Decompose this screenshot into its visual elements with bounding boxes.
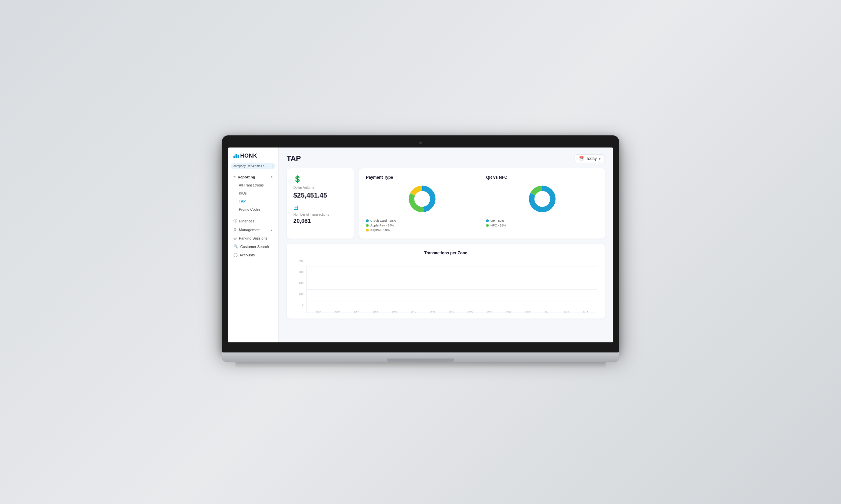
bar-col-5668: 5668	[366, 309, 384, 313]
kios-label: KIOs	[239, 191, 246, 195]
grid-line-2	[307, 289, 597, 290]
laptop-base	[222, 353, 619, 362]
main-content: TAP 📅 Today ▾ 💲 Dollar Volume $25,451.45…	[278, 147, 613, 342]
top-bar: TAP 📅 Today ▾	[287, 154, 605, 163]
user-badge-arrow-icon: ›	[272, 164, 273, 168]
logo-icon	[234, 154, 239, 158]
nav-item-tap[interactable]: TAP	[228, 197, 278, 205]
grid-lines	[307, 266, 597, 313]
calendar-icon: 📅	[579, 156, 584, 161]
nav-item-parking-sessions[interactable]: ◎ Parking Sessions	[228, 234, 278, 242]
qr-nfc-donut	[527, 184, 557, 214]
finances-icon: ⓘ	[234, 218, 237, 223]
promo-codes-label: Promo Codes	[239, 207, 260, 211]
page-title: TAP	[287, 154, 301, 163]
bar-label-5671: 5671	[430, 310, 435, 313]
logo-bar-2	[236, 154, 237, 158]
nav-item-customer-search[interactable]: 🔍 Customer Search	[228, 242, 278, 251]
user-badge[interactable]: companyuser@email.c... ›	[231, 163, 275, 169]
legend-apple-pay: Apple Pay · 34%	[366, 223, 396, 227]
legend-nfc: NFC · 18%	[486, 223, 506, 227]
all-transactions-label: All Transactions	[239, 183, 264, 187]
sidebar: HONK companyuser@email.c... › ≡ Reportin…	[228, 147, 278, 342]
payment-type-svg	[407, 184, 437, 214]
legend-paypal-label: PayPal · 18%	[371, 228, 390, 232]
bar-label-5667: 5667	[354, 310, 359, 313]
search-icon: 🔍	[234, 244, 238, 249]
legend-dot-qr	[486, 219, 489, 222]
transactions-icon: ⊞	[293, 204, 347, 211]
finances-label: Finances	[239, 219, 254, 223]
legend-credit-card: Credit Card · 48%	[366, 219, 396, 222]
legend-dot-credit-card	[366, 219, 369, 222]
bar-chart-card: Transactions per Zone 0 100 200 300 400	[287, 244, 605, 319]
bar-col-5671: 5671	[424, 309, 441, 313]
bar-col-5678: 5678	[557, 309, 575, 313]
bar-label-5676: 5676	[526, 310, 531, 313]
bar-col-5677: 5677	[538, 309, 556, 313]
nav-reporting-section: ≡ Reporting ∧ All Transactions KIOs TAP	[228, 173, 278, 213]
legend-paypal: PayPal · 18%	[366, 228, 396, 232]
bar-label-5665: 5665	[315, 310, 321, 313]
charts-card: Payment Type	[359, 168, 605, 238]
qr-nfc-title: QR vs NFC	[486, 175, 507, 180]
legend-qr: QR · 82%	[486, 219, 506, 222]
bar-col-5670: 5670	[405, 309, 423, 313]
payment-type-legend: Credit Card · 48% Apple Pay · 34% PayPal…	[366, 219, 396, 232]
tap-label: TAP	[239, 199, 245, 203]
bar-col-5679: 5679	[576, 309, 594, 313]
bar-label-5673: 5673	[468, 310, 473, 313]
nav-item-all-transactions[interactable]: All Transactions	[228, 181, 278, 189]
bar-chart-area: 0 100 200 300 400	[295, 259, 597, 313]
screen: HONK companyuser@email.c... › ≡ Reportin…	[228, 147, 613, 342]
y-label-100: 100	[295, 292, 305, 295]
laptop-shadow	[236, 362, 605, 368]
dollar-volume-value: $25,451.45	[293, 192, 347, 199]
legend-dot-paypal	[366, 229, 369, 232]
date-filter-button[interactable]: 📅 Today ▾	[574, 154, 605, 163]
cards-row: 💲 Dollar Volume $25,451.45 ⊞ Number of T…	[287, 168, 605, 238]
grid-line-3	[307, 278, 597, 278]
legend-credit-card-label: Credit Card · 48%	[371, 219, 396, 222]
bar-col-5672: 5672	[443, 309, 461, 313]
logo-bar-3	[238, 155, 239, 158]
bar-label-5668: 5668	[373, 310, 378, 313]
date-filter-chevron-icon: ▾	[599, 157, 600, 161]
legend-dot-apple-pay	[366, 224, 369, 227]
grid-line-4	[307, 266, 597, 267]
qr-nfc-svg	[527, 184, 557, 214]
date-filter-label: Today	[586, 156, 597, 161]
nav-item-kios[interactable]: KIOs	[228, 189, 278, 197]
parking-icon: ◎	[234, 236, 237, 240]
reporting-icon: ≡	[234, 175, 236, 179]
bar-col-5673: 5673	[462, 309, 480, 313]
bar-label-5672: 5672	[449, 310, 454, 313]
reporting-chevron-icon: ∧	[271, 175, 273, 179]
bar-label-5666: 5666	[334, 310, 340, 313]
nav-item-accounts[interactable]: ◯ Accounts	[228, 251, 278, 259]
nav-item-promo-codes[interactable]: Promo Codes	[228, 205, 278, 213]
camera	[419, 142, 422, 144]
y-label-300: 300	[295, 270, 305, 273]
payment-type-title: Payment Type	[366, 175, 393, 180]
bar-label-5674: 5674	[487, 310, 493, 313]
nav-item-management[interactable]: ⚙ Management ∨	[228, 226, 278, 234]
legend-qr-label: QR · 82%	[491, 219, 504, 222]
nav-item-finances[interactable]: ⓘ Finances	[228, 216, 278, 226]
laptop-shell: HONK companyuser@email.c... › ≡ Reportin…	[222, 136, 619, 368]
bar-label-5675: 5675	[506, 310, 512, 313]
nav-item-reporting[interactable]: ≡ Reporting ∧	[228, 173, 278, 181]
y-label-0: 0	[295, 303, 305, 306]
dollar-volume-label: Dollar Volume	[293, 186, 347, 190]
nav-reporting-label: Reporting	[238, 175, 255, 179]
management-chevron-icon: ∨	[271, 228, 273, 232]
svg-point-6	[534, 191, 550, 207]
logo-bar-1	[234, 156, 235, 158]
accounts-label: Accounts	[240, 253, 255, 257]
user-email: companyuser@email.c...	[234, 164, 271, 168]
bar-col-5675: 5675	[500, 309, 518, 313]
bar-col-5674: 5674	[481, 309, 499, 313]
bar-col-5676: 5676	[519, 309, 537, 313]
bar-label-5678: 5678	[564, 310, 569, 313]
bar-col-5667: 5667	[347, 309, 365, 313]
